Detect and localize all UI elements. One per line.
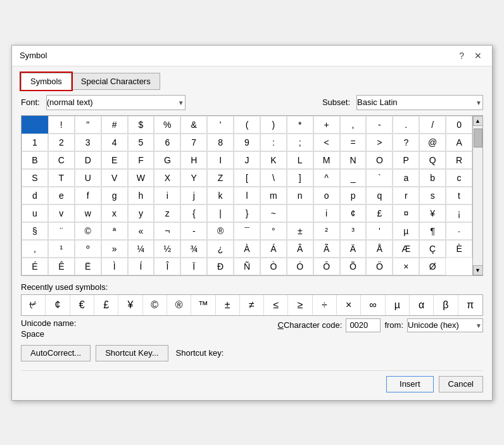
symbol-cell[interactable]: o bbox=[313, 187, 340, 204]
symbol-cell[interactable]: ² bbox=[313, 222, 340, 240]
symbol-cell[interactable]: ¾ bbox=[180, 240, 207, 258]
symbol-cell[interactable]: ` bbox=[366, 169, 393, 187]
symbol-cell[interactable]: 0 bbox=[446, 116, 472, 134]
symbol-cell[interactable]: T bbox=[48, 169, 75, 187]
symbol-cell[interactable]: = bbox=[340, 134, 367, 151]
symbol-cell[interactable]: µ bbox=[393, 222, 419, 240]
symbol-cell[interactable]: k bbox=[207, 187, 234, 204]
symbol-cell[interactable]: G bbox=[154, 151, 180, 169]
symbol-cell[interactable]: + bbox=[313, 116, 340, 134]
scrollbar[interactable]: ▲ ▼ bbox=[472, 116, 482, 275]
symbol-cell[interactable]: Ø bbox=[419, 258, 446, 275]
symbol-cell[interactable]: , bbox=[22, 240, 48, 258]
symbol-cell[interactable]: t bbox=[446, 187, 472, 204]
symbol-cell[interactable]: Ã bbox=[313, 240, 340, 258]
symbol-cell[interactable]: Ç bbox=[419, 240, 446, 258]
symbol-cell[interactable]: a bbox=[393, 169, 419, 187]
symbol-cell[interactable]: b bbox=[419, 169, 446, 187]
symbol-cell[interactable]: § bbox=[22, 222, 48, 240]
symbol-cell[interactable]: Í bbox=[128, 258, 154, 275]
symbol-cell[interactable]: M bbox=[313, 151, 340, 169]
symbol-cell[interactable]: d bbox=[22, 187, 48, 204]
symbol-cell[interactable]: w bbox=[75, 204, 101, 222]
symbol-cell[interactable]: J bbox=[234, 151, 260, 169]
symbol-cell[interactable]: · bbox=[446, 222, 472, 240]
symbol-cell[interactable]: n bbox=[287, 187, 313, 204]
symbol-cell[interactable]: " bbox=[75, 116, 101, 134]
symbol-cell[interactable]: ' bbox=[207, 116, 234, 134]
recently-used-cell[interactable]: ∞ bbox=[361, 295, 385, 315]
symbol-cell[interactable]: ~ bbox=[260, 204, 287, 222]
recently-used-cell[interactable]: ꝷ bbox=[22, 295, 46, 315]
recently-used-cell[interactable]: ≠ bbox=[240, 295, 264, 315]
symbol-cell[interactable]: ? bbox=[393, 134, 419, 151]
symbol-cell[interactable]: W bbox=[128, 169, 154, 187]
symbol-cell[interactable]: c bbox=[446, 169, 472, 187]
symbol-cell[interactable]: N bbox=[340, 151, 367, 169]
symbol-cell[interactable]: s bbox=[419, 187, 446, 204]
subset-select[interactable]: Basic Latin bbox=[356, 95, 483, 110]
symbol-cell[interactable]: } bbox=[234, 204, 260, 222]
symbol-cell[interactable]: O bbox=[366, 151, 393, 169]
symbol-cell[interactable]: Ñ bbox=[234, 258, 260, 275]
symbol-cell[interactable]: 9 bbox=[234, 134, 260, 151]
symbol-cell[interactable]: Z bbox=[207, 169, 234, 187]
symbol-cell[interactable]: Å bbox=[366, 240, 393, 258]
symbol-cell[interactable]: z bbox=[154, 204, 180, 222]
font-select[interactable]: (normal text) bbox=[46, 95, 186, 110]
symbol-cell[interactable]: ¨ bbox=[48, 222, 75, 240]
symbol-cell[interactable]: ¼ bbox=[128, 240, 154, 258]
symbol-cell[interactable]: - bbox=[180, 222, 207, 240]
symbol-cell[interactable]: $ bbox=[128, 116, 154, 134]
symbol-cell[interactable]: º bbox=[75, 240, 101, 258]
symbol-cell[interactable]: ¢ bbox=[340, 204, 367, 222]
symbol-cell[interactable]: { bbox=[180, 204, 207, 222]
symbol-cell[interactable]: x bbox=[101, 204, 128, 222]
symbol-cell[interactable]: > bbox=[366, 134, 393, 151]
recently-used-cell[interactable]: α bbox=[410, 295, 434, 315]
symbol-cell[interactable]: i bbox=[154, 187, 180, 204]
symbol-cell[interactable]: : bbox=[260, 134, 287, 151]
symbol-cell[interactable]: m bbox=[260, 187, 287, 204]
symbol-cell[interactable]: ¿ bbox=[207, 240, 234, 258]
symbol-cell[interactable]: ' bbox=[366, 222, 393, 240]
cancel-button[interactable]: Cancel bbox=[439, 376, 483, 392]
symbol-cell[interactable]: l bbox=[234, 187, 260, 204]
symbol-cell[interactable]: 8 bbox=[207, 134, 234, 151]
symbol-cell[interactable]: ] bbox=[287, 169, 313, 187]
symbol-cell[interactable]: ¬ bbox=[154, 222, 180, 240]
symbol-cell[interactable]: £ bbox=[366, 204, 393, 222]
symbol-cell[interactable]: V bbox=[101, 169, 128, 187]
symbol-cell[interactable]: È bbox=[446, 240, 472, 258]
recently-used-cell[interactable]: ≥ bbox=[288, 295, 312, 315]
symbol-cell[interactable]: Õ bbox=[340, 258, 367, 275]
symbol-cell[interactable]: 4 bbox=[101, 134, 128, 151]
recently-used-cell[interactable]: ± bbox=[216, 295, 240, 315]
tab-special-characters[interactable]: Special Characters bbox=[72, 73, 160, 90]
symbol-cell[interactable]: Ò bbox=[260, 258, 287, 275]
symbol-cell[interactable]: R bbox=[446, 151, 472, 169]
scroll-down-button[interactable]: ▼ bbox=[473, 265, 483, 275]
symbol-cell[interactable]: ¤ bbox=[393, 204, 419, 222]
symbol-cell[interactable]: _ bbox=[340, 169, 367, 187]
symbol-cell[interactable]: K bbox=[260, 151, 287, 169]
symbol-cell[interactable]: ¡ bbox=[446, 204, 472, 222]
symbol-cell[interactable]: © bbox=[75, 222, 101, 240]
symbol-cell[interactable]: ¶ bbox=[419, 222, 446, 240]
symbol-cell[interactable]: À bbox=[234, 240, 260, 258]
symbol-cell[interactable]: Q bbox=[419, 151, 446, 169]
symbol-cell[interactable]: | bbox=[207, 204, 234, 222]
symbol-cell[interactable]: f bbox=[75, 187, 101, 204]
symbol-cell[interactable]: Á bbox=[260, 240, 287, 258]
char-code-input[interactable] bbox=[346, 318, 381, 332]
symbol-cell[interactable]: ° bbox=[260, 222, 287, 240]
recently-used-cell[interactable]: ≤ bbox=[264, 295, 288, 315]
symbol-cell[interactable]: S bbox=[22, 169, 48, 187]
symbol-cell[interactable]: L bbox=[287, 151, 313, 169]
symbol-cell[interactable]: 7 bbox=[180, 134, 207, 151]
symbol-cell[interactable]: y bbox=[128, 204, 154, 222]
symbol-cell[interactable]: u bbox=[22, 204, 48, 222]
symbol-cell[interactable]: » bbox=[101, 240, 128, 258]
symbol-cell[interactable]: Ä bbox=[340, 240, 367, 258]
symbol-cell[interactable]: D bbox=[75, 151, 101, 169]
